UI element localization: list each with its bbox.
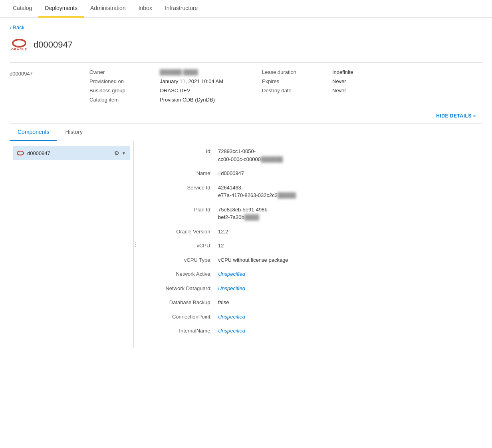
nav-administration[interactable]: Administration xyxy=(84,0,132,18)
lease-duration-label: Lease duration xyxy=(262,69,326,75)
oracle-ring-icon xyxy=(12,39,26,48)
id-label: Id: xyxy=(146,147,218,154)
detail-row-internal-name: InternalName: Unspecified xyxy=(146,327,473,335)
name-label: Name: xyxy=(146,169,218,176)
id-value: 72893cc1-0050-cc00-000c-c00000██████ xyxy=(218,147,473,163)
name-value: dd0000947 xyxy=(218,169,473,177)
network-dataguard-value: Unspecified xyxy=(218,285,473,293)
back-link[interactable]: ‹ Back xyxy=(10,24,24,30)
component-name: d0000947 xyxy=(27,150,50,156)
destroy-date-label: Destroy date xyxy=(262,88,326,94)
tabs-section: Components History xyxy=(10,123,482,141)
lease-duration-value: Indefinite xyxy=(332,69,388,75)
oracle-component-icon xyxy=(17,149,24,157)
detail-row-network-dataguard: Network Dataguard: Unspecified xyxy=(146,285,473,293)
component-actions: ⚙ ▼ xyxy=(113,149,126,157)
oracle-version-value: 12.2 xyxy=(218,228,473,236)
connection-point-value: Unspecified xyxy=(218,313,473,321)
service-id-value: 42641463-e77a-4170-8263-032c2c2█████ xyxy=(218,184,473,199)
dropdown-arrow-icon[interactable]: ▼ xyxy=(122,151,126,155)
detail-row-name: Name: dd0000947 xyxy=(146,169,473,177)
details-section: d0000947 Owner ██████ ████ Lease duratio… xyxy=(10,62,482,109)
service-id-label: Service Id: xyxy=(146,184,218,191)
business-group-label: Business group xyxy=(89,88,153,94)
database-backup-label: Database Backup: xyxy=(146,299,218,305)
page-title: d0000947 xyxy=(34,40,73,50)
detail-row-oracle-version: Oracle Version: 12.2 xyxy=(146,228,473,236)
oracle-logo: ORACLE xyxy=(10,35,29,54)
provisioned-value: January 11, 2021 10:04 AM xyxy=(160,78,256,84)
hide-details-container: HIDE DETAILS « xyxy=(10,112,482,123)
detail-row-vcpu-type: vCPU Type: vCPU without license package xyxy=(146,256,473,264)
provisioned-label: Provisioned on xyxy=(89,78,153,84)
content-area: d0000947 ⚙ ▼ ⋮ Id: 72893cc1-0050-cc00-00… xyxy=(10,141,482,348)
vcpu-type-label: vCPU Type: xyxy=(146,256,218,263)
title-row: ORACLE d0000947 xyxy=(10,35,482,54)
gear-button[interactable]: ⚙ xyxy=(113,149,120,157)
detail-row-network-active: Network Active: Unspecified xyxy=(146,270,473,278)
component-list-item[interactable]: d0000947 ⚙ ▼ xyxy=(13,146,130,160)
expires-value: Never xyxy=(332,78,388,84)
catalog-item-value: Provision CDB (DynDB) xyxy=(160,97,256,103)
business-group-value: ORASC.DEV xyxy=(160,88,256,94)
nav-catalog[interactable]: Catalog xyxy=(6,0,38,18)
catalog-item-label: Catalog item xyxy=(89,97,153,103)
oracle-version-label: Oracle Version: xyxy=(146,228,218,235)
network-active-value: Unspecified xyxy=(218,270,473,278)
tab-components[interactable]: Components xyxy=(10,124,57,141)
back-arrow-icon: ‹ xyxy=(10,24,11,30)
destroy-date-value: Never xyxy=(332,88,388,94)
deployment-id-left: d0000947 xyxy=(10,69,89,103)
details-grid: Owner ██████ ████ Lease duration Indefin… xyxy=(89,69,482,103)
network-active-label: Network Active: xyxy=(146,270,218,277)
oracle-text: ORACLE xyxy=(11,48,27,51)
internal-name-label: InternalName: xyxy=(146,327,218,334)
internal-name-value: Unspecified xyxy=(218,327,473,335)
left-panel: d0000947 ⚙ ▼ xyxy=(10,141,133,348)
database-backup-value: false xyxy=(218,299,473,307)
plan-id-label: Plan Id: xyxy=(146,206,218,213)
back-label: Back xyxy=(13,24,24,30)
hide-details-label: HIDE DETAILS xyxy=(436,113,471,119)
right-panel: Id: 72893cc1-0050-cc00-000c-c00000██████… xyxy=(137,141,482,348)
owner-label: Owner xyxy=(89,69,153,75)
network-dataguard-label: Network Dataguard: xyxy=(146,285,218,291)
vcpu-label: vCPU: xyxy=(146,242,218,249)
tab-history[interactable]: History xyxy=(57,124,91,141)
owner-value: ██████ ████ xyxy=(160,69,256,75)
svg-point-0 xyxy=(17,151,24,155)
nav-deployments[interactable]: Deployments xyxy=(38,0,84,18)
resize-handle[interactable]: ⋮ xyxy=(133,141,137,348)
expires-label: Expires xyxy=(262,78,326,84)
vcpu-value: 12 xyxy=(218,242,473,250)
top-navigation: Catalog Deployments Administration Inbox… xyxy=(0,0,492,18)
nav-infrastructure[interactable]: Infrastructure xyxy=(159,0,204,18)
component-item-left: d0000947 xyxy=(17,149,50,157)
nav-inbox[interactable]: Inbox xyxy=(132,0,159,18)
connection-point-label: ConnectionPoint: xyxy=(146,313,218,320)
detail-row-plan-id: Plan Id: 75e8c8eb-5e91-498b-bef2-7a30b██… xyxy=(146,206,473,221)
detail-row-service-id: Service Id: 42641463-e77a-4170-8263-032c… xyxy=(146,184,473,199)
detail-row-connection-point: ConnectionPoint: Unspecified xyxy=(146,313,473,321)
hide-details-button[interactable]: HIDE DETAILS « xyxy=(436,113,476,119)
detail-row-id: Id: 72893cc1-0050-cc00-000c-c00000██████ xyxy=(146,147,473,163)
plan-id-value: 75e8c8eb-5e91-498b-bef2-7a30b████ xyxy=(218,206,473,221)
main-content: ‹ Back ORACLE d0000947 d0000947 Owner ██… xyxy=(0,18,492,354)
vcpu-type-value: vCPU without license package xyxy=(218,256,473,264)
detail-row-vcpu: vCPU: 12 xyxy=(146,242,473,250)
detail-row-database-backup: Database Backup: false xyxy=(146,299,473,307)
chevron-up-icon: « xyxy=(473,113,476,119)
